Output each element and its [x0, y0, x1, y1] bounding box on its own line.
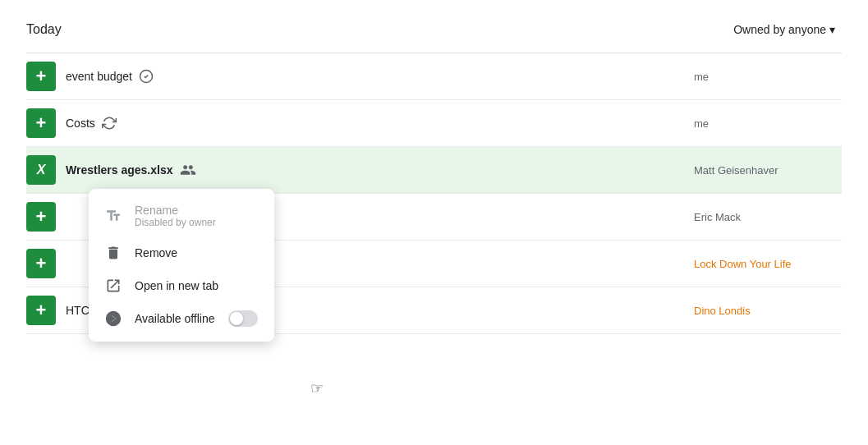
file-icon-sheets: + [26, 249, 56, 278]
file-icon-sheets: + [26, 202, 56, 232]
table-row[interactable]: X Wrestlers ages.xlsx Matt Geisenhaver [26, 147, 842, 194]
menu-item-label: Rename [135, 204, 216, 217]
open-external-icon [105, 278, 122, 294]
cursor: ☞ [310, 379, 324, 397]
excel-icon: X [37, 163, 46, 177]
owner-label: Dino Londis [694, 305, 842, 317]
menu-item-label: Available offline [135, 312, 215, 325]
sheets-plus-icon: + [36, 253, 47, 274]
chevron-down-icon: ▾ [829, 23, 835, 36]
file-name-area: Wrestlers ages.xlsx [66, 162, 694, 178]
menu-item-label: Open in new tab [135, 279, 218, 292]
table-row[interactable]: + event budget me [26, 53, 842, 100]
sheets-plus-icon: + [36, 112, 47, 134]
available-offline-toggle[interactable] [228, 310, 258, 327]
file-name: Wrestlers ages.xlsx [66, 163, 173, 177]
menu-item-text-rename: Rename Disabled by owner [135, 204, 216, 228]
file-name: event budget [66, 70, 132, 83]
file-icon-sheets: + [26, 296, 56, 325]
owned-by-label: Owned by anyone [733, 23, 826, 36]
toggle-knob [230, 312, 243, 325]
trash-icon [105, 245, 122, 261]
header-row: Today Owned by anyone ▾ [26, 13, 842, 53]
menu-item-remove[interactable]: Remove [89, 236, 274, 269]
owner-label: Matt Geisenhaver [694, 164, 842, 177]
menu-item-rename: Rename Disabled by owner [89, 195, 274, 236]
file-name-area: Costs [66, 116, 694, 131]
menu-item-label: Remove [135, 246, 177, 259]
context-menu: Rename Disabled by owner Remove Open in … [89, 189, 274, 342]
sheets-plus-icon: + [36, 206, 47, 227]
owner-label: me [694, 117, 842, 130]
check-circle-icon [139, 69, 154, 84]
file-icon-sheets: + [26, 62, 56, 91]
menu-item-available-offline[interactable]: Available offline [89, 302, 274, 335]
menu-item-sublabel: Disabled by owner [135, 217, 216, 228]
owner-label: Eric Mack [694, 211, 842, 223]
owner-label: Lock Down Your Life [694, 258, 842, 270]
offline-circle-icon [105, 310, 122, 327]
table-row[interactable]: + Costs me [26, 100, 842, 147]
page-title: Today [26, 22, 62, 37]
owned-by-button[interactable]: Owned by anyone ▾ [727, 20, 842, 39]
sync-icon [102, 116, 117, 131]
file-name-area: event budget [66, 69, 694, 84]
owner-label: me [694, 71, 842, 83]
sheets-plus-icon: + [36, 66, 47, 87]
file-icon-excel: X [26, 155, 56, 185]
text-format-icon [105, 208, 122, 224]
people-icon [180, 162, 196, 178]
sheets-plus-icon: + [36, 300, 47, 321]
menu-item-open-new-tab[interactable]: Open in new tab [89, 269, 274, 302]
file-icon-sheets: + [26, 108, 56, 138]
file-name: Costs [66, 117, 95, 130]
